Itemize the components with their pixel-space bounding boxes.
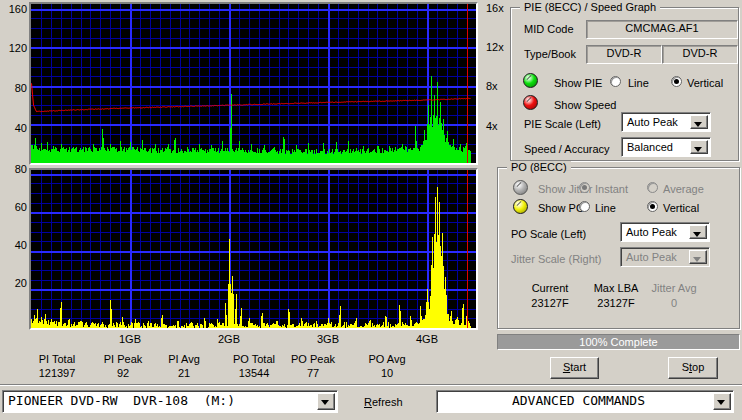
- start-button[interactable]: Start: [550, 357, 599, 379]
- chevron-down-icon: [321, 400, 329, 409]
- speed-accuracy-label: Speed / Accuracy: [524, 143, 610, 156]
- chevron-down-icon: [694, 147, 702, 156]
- disc-quality-app-window: 160 120 80 40 80 60 40 20 16x 12x 8x 4x …: [0, 0, 742, 420]
- dropdown-arrow-button[interactable]: [689, 225, 707, 239]
- po-axis-label: 60: [1, 201, 27, 213]
- speed-accuracy-select[interactable]: Balanced: [621, 137, 711, 157]
- mid-code-value: CMCMAG.AF1: [586, 20, 738, 39]
- type-value: DVD-R: [586, 45, 662, 64]
- show-jitter-led-button: [513, 180, 528, 195]
- pie-vertical-radio[interactable]: [671, 76, 682, 87]
- po-vertical-radio[interactable]: [647, 201, 658, 212]
- po-graph: [29, 168, 478, 330]
- pie-speed-group: PIE (8ECC) / Speed Graph MID Code CMCMAG…: [510, 7, 739, 161]
- x-axis-label: 1GB: [110, 333, 150, 345]
- po-group: PO (8ECC) Show Jitter Instant Average Sh…: [497, 167, 740, 329]
- show-speed-led-button[interactable]: [523, 95, 538, 110]
- advanced-commands-select[interactable]: ADVANCED COMMANDS: [436, 390, 734, 413]
- pie-line-radio[interactable]: [610, 76, 621, 87]
- po-axis-label: 40: [1, 239, 27, 251]
- pie-scale-label: PIE Scale (Left): [524, 118, 601, 131]
- chevron-down-icon: [693, 232, 701, 241]
- po-scale-value: Auto Peak: [626, 223, 691, 241]
- book-value: DVD-R: [662, 45, 738, 64]
- x-axis-label: 3GB: [308, 333, 348, 345]
- dropdown-arrow-button[interactable]: [690, 115, 708, 129]
- mid-code-label: MID Code: [524, 23, 574, 36]
- stop-button[interactable]: Stop: [668, 357, 718, 379]
- show-speed-label: Show Speed: [554, 99, 616, 112]
- show-pie-label: Show PIE: [554, 77, 602, 90]
- show-po-led-button[interactable]: [513, 199, 528, 214]
- jitter-scale-value: Auto Peak: [626, 248, 691, 266]
- dropdown-arrow-button[interactable]: [317, 393, 335, 410]
- jitter-scale-label: Jitter Scale (Right): [511, 253, 601, 266]
- drive-select-value: PIONEER DVD-RW DVR-108 (M:): [8, 391, 319, 410]
- stat-pi-avg: PI Avg21: [144, 352, 224, 380]
- speed-accuracy-value: Balanced: [627, 138, 692, 156]
- po-axis-label: 20: [1, 277, 27, 289]
- pie-axis-label: 120: [1, 42, 27, 54]
- refresh-button[interactable]: Refresh: [364, 396, 403, 408]
- jitter-average-radio: [647, 182, 658, 193]
- pie-group-title: PIE (8ECC) / Speed Graph: [520, 1, 660, 14]
- pie-speed-graph: [29, 2, 478, 165]
- x-axis-label: 4GB: [407, 333, 447, 345]
- dropdown-arrow-button[interactable]: [713, 393, 731, 410]
- pie-vertical-label[interactable]: Vertical: [687, 77, 723, 90]
- stat-po-peak: PO Peak77: [273, 352, 353, 380]
- po-graph-canvas: [31, 170, 476, 328]
- chevron-down-icon: [694, 122, 702, 131]
- dropdown-arrow-button: [689, 250, 707, 264]
- po-group-title: PO (8ECC): [507, 161, 571, 174]
- pie-speed-graph-canvas: [31, 4, 476, 163]
- po-scale-label: PO Scale (Left): [511, 228, 586, 241]
- po-line-label[interactable]: Line: [595, 202, 616, 215]
- chevron-down-icon: [693, 257, 701, 266]
- dropdown-arrow-button[interactable]: [690, 140, 708, 154]
- footer-divider: [0, 384, 742, 386]
- pie-axis-label: 160: [1, 3, 27, 15]
- pie-axis-label: 40: [1, 122, 27, 134]
- pie-line-label[interactable]: Line: [628, 77, 649, 90]
- show-pie-led-button[interactable]: [523, 73, 538, 88]
- current-lba: Current23127F: [515, 281, 585, 311]
- advanced-commands-value: ADVANCED COMMANDS: [442, 391, 715, 410]
- jitter-instant-radio: [579, 182, 590, 193]
- po-line-radio[interactable]: [579, 201, 590, 212]
- stat-po-avg: PO Avg10: [347, 352, 427, 380]
- x-axis-label: 2GB: [209, 333, 249, 345]
- type-book-label: Type/Book: [524, 48, 576, 61]
- pie-axis-label: 80: [1, 82, 27, 94]
- po-scale-select[interactable]: Auto Peak: [620, 222, 710, 242]
- pie-scale-value: Auto Peak: [627, 113, 692, 131]
- drive-select[interactable]: PIONEER DVD-RW DVR-108 (M:): [2, 390, 338, 413]
- po-axis-label: 80: [1, 163, 27, 175]
- chevron-down-icon: [717, 400, 725, 409]
- pie-scale-select[interactable]: Auto Peak: [621, 112, 711, 132]
- jitter-scale-select: Auto Peak: [620, 247, 710, 267]
- po-vertical-label[interactable]: Vertical: [663, 202, 699, 215]
- show-po-label: Show PO: [538, 202, 584, 215]
- jitter-avg: Jitter Avg0: [639, 281, 709, 311]
- scan-progress-bar: 100% Complete: [497, 334, 740, 350]
- jitter-average-label: Average: [663, 183, 704, 196]
- jitter-instant-label: Instant: [595, 183, 628, 196]
